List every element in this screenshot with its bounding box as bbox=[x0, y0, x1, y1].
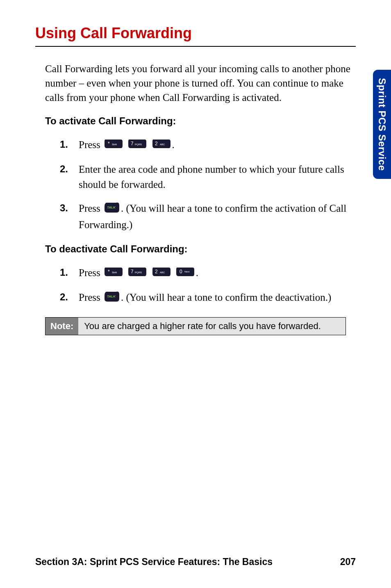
svg-text:7: 7 bbox=[131, 269, 134, 275]
svg-text:PQRS: PQRS bbox=[135, 271, 142, 274]
svg-text:Shift: Shift bbox=[112, 271, 117, 274]
list-item: 3. Press TALK . (You will hear a tone to… bbox=[60, 201, 356, 233]
deactivate-steps: 1. Press *Shift 7PQRS 2ABC 0Next . 2. Pr… bbox=[60, 265, 356, 307]
step-text: Enter the area code and phone number to … bbox=[79, 164, 344, 190]
star-key-icon: *Shift bbox=[104, 266, 123, 281]
divider bbox=[35, 46, 356, 47]
step-text-post: . bbox=[172, 139, 175, 150]
step-text-pre: Press bbox=[79, 292, 103, 303]
activate-steps: 1. Press *Shift 7PQRS 2ABC . 2. Enter th… bbox=[60, 137, 356, 233]
activate-heading: To activate Call Forwarding: bbox=[45, 115, 356, 127]
svg-text:Shift: Shift bbox=[112, 143, 117, 146]
list-item: 1. Press *Shift 7PQRS 2ABC . bbox=[60, 137, 356, 153]
step-number: 2. bbox=[60, 162, 68, 176]
svg-text:7: 7 bbox=[131, 141, 134, 146]
svg-text:ABC: ABC bbox=[160, 143, 165, 146]
seven-key-icon: 7PQRS bbox=[127, 138, 147, 153]
svg-text:TALK: TALK bbox=[107, 206, 116, 209]
page-content: Using Call Forwarding Call Forwarding le… bbox=[0, 0, 391, 335]
svg-text:Next: Next bbox=[184, 270, 190, 273]
svg-text:0: 0 bbox=[180, 269, 182, 275]
note-text: You are charged a higher rate for calls … bbox=[78, 318, 346, 335]
step-text-pre: Press bbox=[79, 267, 103, 278]
svg-text:ABC: ABC bbox=[160, 271, 165, 274]
svg-text:*: * bbox=[108, 141, 110, 146]
list-item: 2. Enter the area code and phone number … bbox=[60, 162, 356, 192]
footer-page-number: 207 bbox=[340, 556, 356, 567]
talk-key-icon: TALK bbox=[104, 201, 120, 217]
step-number: 1. bbox=[60, 137, 68, 152]
side-tab: Sprint PCS Service bbox=[373, 70, 391, 179]
svg-text:PQRS: PQRS bbox=[135, 143, 142, 146]
two-key-icon: 2ABC bbox=[152, 138, 171, 153]
step-text-pre: Press bbox=[79, 139, 103, 150]
step-text-post: . (You will hear a tone to confirm the d… bbox=[121, 292, 331, 303]
svg-text:*: * bbox=[108, 269, 110, 275]
deactivate-heading: To deactivate Call Forwarding: bbox=[45, 243, 356, 255]
svg-text:2: 2 bbox=[155, 269, 158, 275]
two-key-icon: 2ABC bbox=[152, 266, 171, 281]
page-title: Using Call Forwarding bbox=[35, 25, 356, 42]
svg-text:2: 2 bbox=[155, 141, 158, 146]
talk-key-icon: TALK bbox=[104, 290, 120, 307]
seven-key-icon: 7PQRS bbox=[127, 266, 147, 281]
note-box: Note: You are charged a higher rate for … bbox=[45, 317, 346, 335]
star-key-icon: *Shift bbox=[104, 138, 123, 153]
svg-text:TALK: TALK bbox=[107, 295, 116, 298]
page-footer: Section 3A: Sprint PCS Service Features:… bbox=[35, 556, 356, 567]
list-item: 2. Press TALK . (You will hear a tone to… bbox=[60, 290, 356, 307]
note-label: Note: bbox=[45, 318, 78, 335]
footer-section: Section 3A: Sprint PCS Service Features:… bbox=[35, 556, 273, 567]
step-text-pre: Press bbox=[79, 203, 103, 214]
list-item: 1. Press *Shift 7PQRS 2ABC 0Next . bbox=[60, 265, 356, 281]
zero-key-icon: 0Next bbox=[175, 266, 195, 281]
step-number: 2. bbox=[60, 290, 68, 304]
step-number: 3. bbox=[60, 201, 68, 215]
step-text-post: . bbox=[196, 267, 198, 278]
intro-paragraph: Call Forwarding lets you forward all you… bbox=[45, 62, 356, 105]
step-number: 1. bbox=[60, 265, 68, 280]
